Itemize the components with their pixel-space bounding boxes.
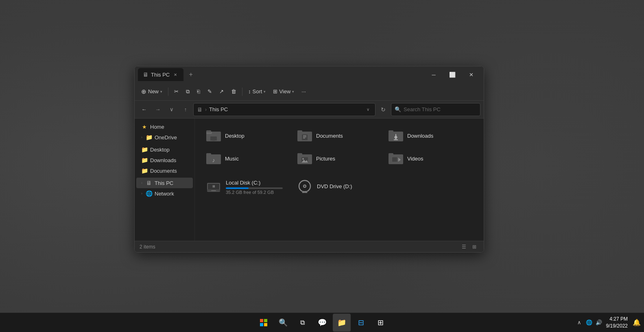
drive-d[interactable]: DVD DVD Drive (D:) — [293, 176, 382, 198]
sidebar-item-downloads-label: Downloads — [150, 157, 176, 163]
folder-videos-icon — [388, 150, 404, 167]
sort-button[interactable]: ↕ Sort ▾ — [245, 85, 269, 98]
list-view-toggle[interactable]: ☰ — [459, 242, 468, 251]
new-label: New — [148, 88, 159, 95]
folder-documents-svg — [297, 129, 312, 142]
view-label: View — [279, 88, 290, 95]
sidebar-item-home[interactable]: ★ Home — [136, 122, 193, 132]
taskview-icon: ⧉ — [300, 319, 305, 326]
folder-videos[interactable]: Videos — [384, 148, 473, 169]
address-chevron-button[interactable]: ∨ — [364, 106, 372, 114]
drive-c-info: Local Disk (C:) 35.2 GB free of 59.2 GB — [226, 180, 287, 195]
minimize-button[interactable]: ─ — [424, 68, 443, 81]
window-controls: ─ ⬜ ✕ — [424, 68, 480, 81]
up-button[interactable]: ↑ — [179, 103, 192, 116]
delete-button[interactable]: 🗑 — [228, 85, 240, 98]
folder-desktop-icon — [205, 128, 222, 144]
taskbar-teams-button[interactable]: 💬 — [313, 314, 331, 332]
status-items-count: 2 items — [140, 244, 155, 250]
drive-c-bar-fill — [226, 187, 249, 189]
sidebar-item-onedrive[interactable]: › 📁 OneDrive — [136, 132, 193, 143]
explorer-icon: 📁 — [337, 318, 346, 327]
maximize-button[interactable]: ⬜ — [443, 68, 462, 81]
drive-c-free: 35.2 GB free of 59.2 GB — [226, 190, 287, 195]
star-icon: ★ — [141, 124, 148, 130]
svg-rect-31 — [211, 190, 216, 191]
tab-close-button[interactable]: ✕ — [172, 71, 179, 78]
clock-date: 9/19/2022 — [606, 323, 628, 330]
sidebar-item-downloads[interactable]: 📁 Downloads — [136, 155, 193, 165]
new-icon: ⊕ — [141, 88, 146, 95]
taskbar-search-button[interactable]: 🔍 — [274, 314, 292, 332]
search-input[interactable] — [404, 106, 477, 112]
taskbar-xbox-button[interactable]: ⊞ — [372, 314, 390, 332]
sidebar-item-desktop-label: Desktop — [150, 147, 170, 153]
notification-icon[interactable]: 🔔 — [633, 319, 641, 327]
toolbar-separator-2 — [242, 88, 242, 96]
sidebar-item-network[interactable]: › 🌐 Network — [136, 188, 193, 199]
paste-button[interactable]: ⎗ — [194, 85, 203, 98]
folder-pictures[interactable]: Pictures — [293, 148, 382, 169]
start-button[interactable] — [255, 314, 273, 332]
content-area: ★ Home › 📁 OneDrive 📁 Desktop 📁 Download… — [135, 119, 484, 241]
widgets-icon: ⊟ — [358, 318, 364, 327]
folder-desktop[interactable]: Desktop — [201, 125, 291, 146]
search-box[interactable]: 🔍 — [391, 103, 480, 116]
grid-view-toggle[interactable]: ⊞ — [470, 242, 479, 251]
teams-icon: 💬 — [318, 318, 327, 327]
volume-tray-icon[interactable]: 🔊 — [595, 319, 603, 327]
taskbar-clock[interactable]: 4:27 PM 9/19/2022 — [606, 316, 631, 330]
address-bar: ← → ∨ ↑ 🖥 › This PC ∨ ↻ 🔍 — [135, 101, 484, 119]
sidebar-item-this-pc-label: This PC — [155, 180, 173, 186]
status-bar-right: ☰ ⊞ — [459, 242, 479, 251]
view-button[interactable]: ⊞ View ▾ — [270, 85, 297, 98]
tab-this-pc[interactable]: 🖥 This PC ✕ — [138, 68, 183, 81]
folder-downloads[interactable]: Downloads — [384, 125, 473, 146]
tray-chevron[interactable]: ∧ — [575, 319, 583, 327]
svg-rect-26 — [392, 157, 397, 162]
copy-button[interactable]: ⧉ — [183, 85, 193, 98]
folder-documents[interactable]: Documents — [293, 125, 382, 146]
desktop-folder-icon: 📁 — [141, 146, 148, 153]
network-icon: 🌐 — [146, 190, 152, 197]
sidebar-item-this-pc[interactable]: › 🖥 This PC — [136, 178, 193, 188]
close-button[interactable]: ✕ — [462, 68, 480, 81]
view-chevron-icon: ▾ — [292, 90, 294, 94]
folder-pictures-icon — [297, 150, 313, 167]
more-button[interactable]: ··· — [298, 85, 309, 98]
onedrive-chevron-icon: › — [141, 135, 142, 139]
tab-label: This PC — [151, 72, 170, 78]
new-button[interactable]: ⊕ New ▾ — [138, 85, 166, 98]
taskbar-widgets-button[interactable]: ⊟ — [352, 314, 370, 332]
share-button[interactable]: ↗ — [216, 85, 227, 98]
rename-button[interactable]: ✎ — [204, 85, 215, 98]
folder-documents-name: Documents — [316, 133, 343, 139]
sort-label: Sort — [253, 88, 262, 95]
copy-icon: ⧉ — [186, 88, 190, 95]
sidebar-item-desktop[interactable]: 📁 Desktop — [136, 144, 193, 155]
forward-button[interactable]: → — [152, 103, 164, 116]
taskbar-taskview-button[interactable]: ⧉ — [294, 314, 312, 332]
system-tray: ∧ 🌐 🔊 — [574, 319, 605, 327]
folder-desktop-svg — [206, 129, 221, 142]
taskbar: 🔍 ⧉ 💬 📁 ⊟ ⊞ ∧ 🌐 🔊 4:27 PM 9/19/2022 🔔 — [0, 312, 644, 332]
svg-rect-17 — [206, 153, 211, 155]
folder-music[interactable]: ♪ Music — [201, 148, 291, 169]
address-box[interactable]: 🖥 › This PC ∨ — [193, 103, 375, 116]
taskbar-explorer-button[interactable]: 📁 — [333, 314, 351, 332]
folder-downloads-name: Downloads — [407, 133, 433, 139]
network-tray-icon[interactable]: 🌐 — [585, 319, 593, 327]
new-tab-button[interactable]: + — [185, 69, 196, 80]
status-bar: 2 items ☰ ⊞ — [135, 241, 484, 252]
drive-d-icon: DVD — [297, 179, 313, 195]
back-button[interactable]: ← — [138, 103, 150, 116]
drive-c[interactable]: ⊞ Local Disk (C:) 35.2 GB free of 59.2 G… — [201, 176, 291, 198]
refresh-button[interactable]: ↻ — [377, 103, 389, 116]
cut-button[interactable]: ✂ — [171, 85, 182, 98]
sidebar-item-documents[interactable]: 📁 Documents — [136, 165, 193, 176]
sidebar-item-network-label: Network — [155, 191, 174, 197]
taskbar-center: 🔍 ⧉ 💬 📁 ⊟ ⊞ — [255, 314, 390, 332]
documents-folder-icon: 📁 — [141, 167, 148, 174]
folder-documents-icon — [297, 128, 313, 144]
recent-locations-button[interactable]: ∨ — [166, 103, 178, 116]
